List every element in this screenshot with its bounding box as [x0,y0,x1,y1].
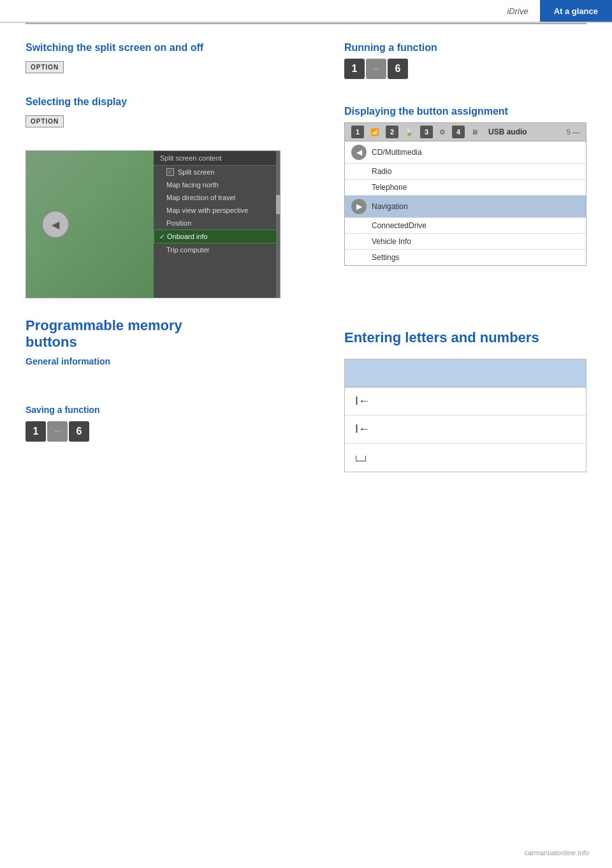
btn-num-2: 2 [386,126,398,138]
split-menu-item-position: Position [154,217,280,229]
saving-title: Saving a function [26,405,332,415]
entering-row-cursor1: I← [345,387,586,416]
entering-letters-title: Entering letters and numbers [344,329,586,346]
num-badge-2-left: 1 [344,59,365,79]
running-section: Running a function 1 ··· 6 [344,42,586,79]
split-scrollbar[interactable] [276,151,280,298]
cursor-symbol-2: I← [355,423,370,436]
split-menu-item-splitscreen: ✓ Split screen [154,166,280,178]
running-title: Running a function [344,42,586,54]
num-badge-group-2: 1 ··· 6 [344,59,586,79]
main-content: Switching the split screen on and off OP… [0,24,612,472]
btn-assign-row-cdmultimedia[interactable]: ◀ CD/Multimedia [345,141,586,164]
split-menu-title: Split screen content [154,151,280,166]
num-badge-1-dots: ··· [47,421,68,442]
selecting-section: Selecting the display OPTION [26,96,332,139]
num-badge-2-right: 6 [388,59,408,79]
num-badge-1-right: 6 [69,421,89,442]
map-control-circle: ◀ [41,210,69,238]
split-menu-item-north: Map facing north [154,178,280,191]
page-header: iDrive At a glance [0,0,612,23]
checkbox-splitscreen: ✓ [166,168,174,176]
idrive-label: iDrive [495,6,539,16]
split-menu-item-direction: Map direction of travel [154,191,280,204]
signal-icon: 📶 [370,128,379,136]
split-menu-item-onboard: Onboard info [154,229,280,243]
btn-assign-panel: 1 📶 2 🍃 3 ⚙ 4 🖥 USB audio 5 — ◀ CD/Multi… [344,122,586,266]
leaf-icon: 🍃 [405,128,414,136]
entering-row-cursor2: I← [345,416,586,444]
num-badge-group-1: 1 ··· 6 [26,421,332,442]
split-menu-item-perspective: Map view with perspective [154,204,280,217]
split-screen-image: ◀ Split screen content ✓ Split screen Ma… [26,150,280,298]
btn-assign-row-navigation[interactable]: ▶ Navigation [345,196,586,218]
option-button-1[interactable]: OPTION [26,61,64,73]
ataglance-label: At a glance [554,6,598,16]
map-area: ◀ [26,151,154,298]
entering-row-header [345,359,586,387]
saving-section: Saving a function 1 ··· 6 [26,405,332,442]
footer-watermark: carmanualonline.info [524,849,589,857]
entering-row-space: ⌴ [345,444,586,472]
btn-assign-num-right: 5 — [567,128,579,136]
displaying-title: Displaying the button assignment [344,106,586,117]
general-info-label: General information [26,356,332,366]
split-menu-item-trip: Trip computer [154,243,280,256]
prog-memory-section: Programmable memory buttons General info… [26,317,332,366]
split-scrollbar-thumb [276,195,280,214]
btn-num-1: 1 [351,126,364,138]
gear-icon: ⚙ [439,128,446,136]
prog-memory-title: Programmable memory buttons [26,317,332,351]
display-icon: 🖥 [471,128,478,136]
ataglance-tab[interactable]: At a glance [540,0,612,22]
btn-num-3: 3 [420,126,433,138]
option-button-2[interactable]: OPTION [26,115,64,127]
split-menu-area: Split screen content ✓ Split screen Map … [154,151,280,298]
nav-arrow-left: ◀ [351,145,367,160]
btn-assign-row-settings[interactable]: Settings [345,250,586,265]
btn-assign-row-radio[interactable]: Radio [345,164,586,180]
left-column: Switching the split screen on and off OP… [26,42,332,472]
space-symbol: ⌴ [355,451,367,465]
entering-letters-section: Entering letters and numbers I← I← ⌴ [344,329,586,472]
btn-assign-row-connecteddrive[interactable]: ConnectedDrive [345,218,586,234]
num-badge-2-dots: ··· [366,59,386,79]
selecting-title: Selecting the display [26,96,332,108]
map-left-arrow: ◀ [52,219,59,231]
switching-section: Switching the split screen on and off OP… [26,42,332,85]
btn-assign-title: USB audio [488,127,527,136]
btn-assign-header: 1 📶 2 🍃 3 ⚙ 4 🖥 USB audio 5 — [345,123,586,141]
displaying-section: Displaying the button assignment 1 📶 2 🍃… [344,106,586,266]
num-badge-1-left: 1 [26,421,46,442]
btn-assign-row-telephone[interactable]: Telephone [345,180,586,196]
btn-assign-row-vehicleinfo[interactable]: Vehicle Info [345,234,586,250]
entering-letters-panel: I← I← ⌴ [344,359,586,472]
btn-num-4: 4 [452,126,465,138]
cursor-symbol-1: I← [355,394,370,408]
switching-title: Switching the split screen on and off [26,42,332,54]
nav-arrow-right: ▶ [351,199,367,214]
right-column: Running a function 1 ··· 6 Displaying th… [332,42,586,472]
